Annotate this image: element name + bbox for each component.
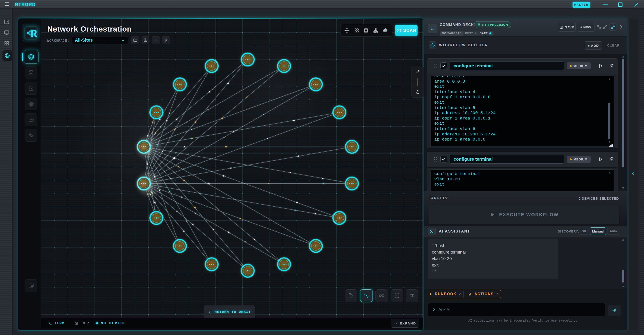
svg-text:R: R bbox=[30, 27, 36, 38]
